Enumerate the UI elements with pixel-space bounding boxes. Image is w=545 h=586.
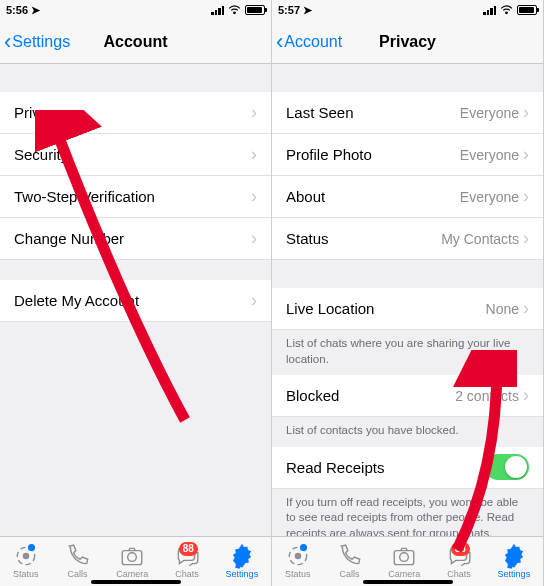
row-value: Everyone bbox=[460, 147, 519, 163]
badge: 88 bbox=[451, 542, 470, 556]
row-two-step[interactable]: Two-Step Verification› bbox=[0, 176, 271, 218]
tab-label: Camera bbox=[388, 569, 420, 579]
chevron-right-icon: › bbox=[251, 144, 257, 165]
time: 5:57 bbox=[278, 4, 300, 16]
row-label: Last Seen bbox=[286, 104, 460, 121]
tab-settings[interactable]: Settings bbox=[498, 544, 531, 579]
chevron-right-icon: › bbox=[251, 290, 257, 311]
row-label: Read Receipts bbox=[286, 459, 485, 476]
tab-bar: Status Calls Camera 88Chats Settings bbox=[272, 536, 543, 586]
row-value: Everyone bbox=[460, 105, 519, 121]
nav-bar: ‹Account Privacy bbox=[272, 20, 543, 64]
wifi-icon bbox=[500, 5, 513, 15]
live-location-note: List of chats where you are sharing your… bbox=[272, 330, 543, 375]
tab-settings[interactable]: Settings bbox=[226, 544, 259, 579]
content: Privacy› Security› Two-Step Verification… bbox=[0, 64, 271, 536]
tab-label: Camera bbox=[116, 569, 148, 579]
privacy-screen: 5:57➤ ‹Account Privacy Last SeenEveryone… bbox=[272, 0, 544, 586]
row-label: Blocked bbox=[286, 387, 455, 404]
tab-camera[interactable]: Camera bbox=[116, 544, 148, 579]
row-label: Change Number bbox=[14, 230, 251, 247]
row-value: Everyone bbox=[460, 189, 519, 205]
row-delete-account[interactable]: Delete My Account› bbox=[0, 280, 271, 322]
home-indicator bbox=[363, 580, 453, 584]
location-icon: ➤ bbox=[31, 4, 40, 17]
back-label: Account bbox=[284, 33, 342, 51]
location-icon: ➤ bbox=[303, 4, 312, 17]
row-label: Status bbox=[286, 230, 441, 247]
row-label: Security bbox=[14, 146, 251, 163]
row-label: About bbox=[286, 188, 460, 205]
read-receipts-note: If you turn off read receipts, you won't… bbox=[272, 489, 543, 536]
battery-icon bbox=[245, 5, 265, 15]
badge: 88 bbox=[179, 542, 198, 556]
back-button[interactable]: ‹Settings bbox=[0, 29, 70, 55]
svg-point-8 bbox=[400, 553, 409, 562]
back-label: Settings bbox=[12, 33, 70, 51]
tab-status[interactable]: Status bbox=[285, 544, 311, 579]
row-label: Live Location bbox=[286, 300, 486, 317]
read-receipts-toggle[interactable] bbox=[485, 454, 529, 480]
signal-icon bbox=[211, 6, 224, 15]
wifi-icon bbox=[228, 5, 241, 15]
tab-label: Status bbox=[13, 569, 39, 579]
tab-calls[interactable]: Calls bbox=[65, 544, 91, 579]
tab-label: Calls bbox=[340, 569, 360, 579]
back-button[interactable]: ‹Account bbox=[272, 29, 342, 55]
status-dot-icon bbox=[28, 544, 35, 551]
chevron-right-icon: › bbox=[523, 186, 529, 207]
chevron-right-icon: › bbox=[523, 144, 529, 165]
row-blocked[interactable]: Blocked2 contacts› bbox=[272, 375, 543, 417]
account-screen: 5:56➤ ‹Settings Account Privacy› Securit… bbox=[0, 0, 272, 586]
tab-label: Settings bbox=[498, 569, 531, 579]
row-privacy[interactable]: Privacy› bbox=[0, 92, 271, 134]
tab-chats[interactable]: 88Chats bbox=[446, 544, 472, 579]
chevron-right-icon: › bbox=[523, 102, 529, 123]
chevron-right-icon: › bbox=[523, 385, 529, 406]
row-value: 2 contacts bbox=[455, 388, 519, 404]
status-dot-icon bbox=[300, 544, 307, 551]
chevron-right-icon: › bbox=[251, 228, 257, 249]
row-label: Privacy bbox=[14, 104, 251, 121]
tab-bar: Status Calls Camera 88Chats Settings bbox=[0, 536, 271, 586]
row-value: My Contacts bbox=[441, 231, 519, 247]
tab-label: Settings bbox=[226, 569, 259, 579]
svg-point-6 bbox=[295, 553, 302, 560]
row-label: Two-Step Verification bbox=[14, 188, 251, 205]
tab-label: Chats bbox=[175, 569, 199, 579]
row-security[interactable]: Security› bbox=[0, 134, 271, 176]
chevron-right-icon: › bbox=[523, 298, 529, 319]
row-status[interactable]: StatusMy Contacts› bbox=[272, 218, 543, 260]
status-bar: 5:57➤ bbox=[272, 0, 543, 20]
nav-bar: ‹Settings Account bbox=[0, 20, 271, 64]
time: 5:56 bbox=[6, 4, 28, 16]
chevron-left-icon: ‹ bbox=[4, 29, 11, 55]
tab-label: Calls bbox=[68, 569, 88, 579]
tab-chats[interactable]: 88Chats bbox=[174, 544, 200, 579]
battery-icon bbox=[517, 5, 537, 15]
row-live-location[interactable]: Live LocationNone› bbox=[272, 288, 543, 330]
row-last-seen[interactable]: Last SeenEveryone› bbox=[272, 92, 543, 134]
row-about[interactable]: AboutEveryone› bbox=[272, 176, 543, 218]
home-indicator bbox=[91, 580, 181, 584]
row-profile-photo[interactable]: Profile PhotoEveryone› bbox=[272, 134, 543, 176]
content: Last SeenEveryone› Profile PhotoEveryone… bbox=[272, 64, 543, 536]
chevron-right-icon: › bbox=[251, 102, 257, 123]
row-value: None bbox=[486, 301, 519, 317]
tab-label: Status bbox=[285, 569, 311, 579]
row-label: Profile Photo bbox=[286, 146, 460, 163]
tab-camera[interactable]: Camera bbox=[388, 544, 420, 579]
chevron-right-icon: › bbox=[251, 186, 257, 207]
row-read-receipts: Read Receipts bbox=[272, 447, 543, 489]
tab-status[interactable]: Status bbox=[13, 544, 39, 579]
svg-point-1 bbox=[23, 553, 30, 560]
blocked-note: List of contacts you have blocked. bbox=[272, 417, 543, 447]
tab-label: Chats bbox=[447, 569, 471, 579]
row-label: Delete My Account bbox=[14, 292, 251, 309]
row-change-number[interactable]: Change Number› bbox=[0, 218, 271, 260]
svg-point-3 bbox=[128, 553, 137, 562]
tab-calls[interactable]: Calls bbox=[337, 544, 363, 579]
signal-icon bbox=[483, 6, 496, 15]
chevron-left-icon: ‹ bbox=[276, 29, 283, 55]
chevron-right-icon: › bbox=[523, 228, 529, 249]
